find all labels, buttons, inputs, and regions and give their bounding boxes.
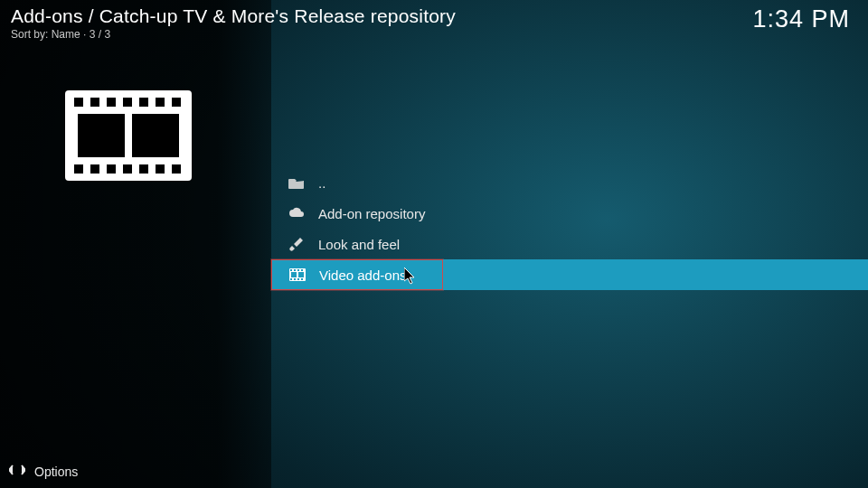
- list-item-label: Add-on repository: [318, 206, 425, 221]
- clock: 1:34 PM: [752, 5, 850, 33]
- cloud-icon: [288, 204, 306, 222]
- film-icon: [288, 266, 307, 284]
- svg-rect-16: [132, 114, 179, 157]
- svg-rect-3: [107, 98, 116, 107]
- svg-rect-25: [301, 278, 303, 280]
- svg-rect-8: [74, 164, 83, 174]
- svg-rect-4: [123, 98, 132, 107]
- svg-rect-26: [291, 272, 297, 277]
- svg-rect-9: [90, 164, 99, 174]
- svg-rect-18: [290, 269, 292, 271]
- svg-rect-10: [107, 164, 116, 174]
- sort-line: Sort by: Name · 3 / 3: [11, 28, 857, 41]
- list-item-label: ..: [318, 175, 326, 191]
- svg-rect-21: [301, 269, 303, 271]
- sort-label: Sort by: Name: [11, 28, 80, 41]
- options-icon: [9, 464, 25, 479]
- svg-rect-19: [294, 269, 296, 271]
- svg-rect-12: [139, 164, 148, 174]
- svg-rect-22: [290, 278, 292, 280]
- breadcrumb: Add-ons / Catch-up TV & More's Release r…: [11, 5, 857, 27]
- options-label: Options: [34, 465, 78, 479]
- list-item-label: Video add-ons: [319, 267, 406, 283]
- svg-rect-20: [297, 269, 299, 271]
- svg-rect-13: [156, 164, 165, 174]
- addon-thumbnail: [65, 90, 192, 184]
- list-item-label: Look and feel: [318, 237, 400, 252]
- svg-rect-27: [298, 272, 304, 277]
- list-item-parent[interactable]: ..: [271, 167, 868, 198]
- svg-rect-6: [156, 98, 165, 107]
- brush-icon: [288, 235, 306, 253]
- sidebar: [0, 0, 271, 488]
- svg-rect-11: [123, 164, 132, 174]
- svg-rect-24: [297, 278, 299, 280]
- film-strip-icon: [65, 90, 192, 181]
- svg-rect-15: [78, 114, 125, 157]
- item-count: 3 / 3: [90, 28, 110, 41]
- list-item-look-and-feel[interactable]: Look and feel: [271, 229, 868, 259]
- folder-up-icon: [288, 174, 306, 192]
- list-item-video-addons[interactable]: Video add-ons: [271, 259, 443, 290]
- svg-rect-14: [172, 164, 181, 174]
- list-item-addon-repository[interactable]: Add-on repository: [271, 198, 868, 229]
- svg-rect-23: [294, 278, 296, 280]
- header: Add-ons / Catch-up TV & More's Release r…: [11, 5, 857, 41]
- footer-options[interactable]: Options: [9, 464, 78, 479]
- list: .. Add-on repository Look and feel Video…: [271, 167, 868, 290]
- selection-bar-extension: [443, 259, 868, 290]
- svg-rect-5: [139, 98, 148, 107]
- sort-sep: ·: [83, 28, 90, 41]
- svg-rect-7: [172, 98, 181, 107]
- svg-rect-2: [90, 98, 99, 107]
- svg-rect-1: [74, 98, 83, 107]
